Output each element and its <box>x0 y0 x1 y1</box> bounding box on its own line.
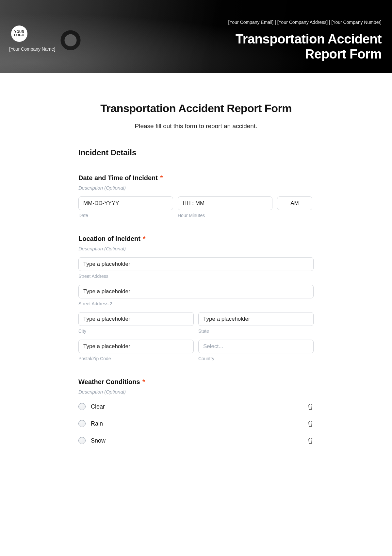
street1-input[interactable] <box>78 257 314 271</box>
weather-option-row: Snow <box>78 433 314 448</box>
required-asterisk: * <box>143 235 146 242</box>
trash-icon[interactable] <box>307 437 314 444</box>
desc-location: Description (Optional) <box>78 246 314 251</box>
label-location: Location of Incident * <box>78 235 314 243</box>
company-name: [Your Company Name] <box>9 46 55 52</box>
radio-icon[interactable] <box>78 403 86 410</box>
sublabel-postal: Postal/Zip Code <box>78 356 194 361</box>
hero-banner: YOUR LOGO [Your Company Name] [Your Comp… <box>0 0 392 73</box>
form-title: Transportation Accident Report Form <box>78 102 314 115</box>
sublabel-street1: Street Address <box>78 274 314 279</box>
trash-icon[interactable] <box>307 420 314 427</box>
weather-options: Clear Rain Snow <box>78 399 314 448</box>
form-subtitle: Please fill out this form to report an a… <box>78 123 314 130</box>
field-location: Location of Incident * Description (Opti… <box>78 235 314 361</box>
city-input[interactable] <box>78 312 194 326</box>
radio-label: Clear <box>91 403 105 410</box>
ampm-input[interactable] <box>277 196 312 210</box>
sublabel-time: Hour Minutes <box>178 213 272 218</box>
form-page: Transportation Accident Report Form Plea… <box>78 73 314 461</box>
label-location-text: Location of Incident <box>78 235 140 242</box>
logo-badge: YOUR LOGO <box>11 25 27 42</box>
label-weather: Weather Conditions * <box>78 378 314 386</box>
radio-label: Rain <box>91 420 103 427</box>
country-select[interactable] <box>198 340 314 353</box>
trash-icon[interactable] <box>307 403 314 410</box>
weather-option-row: Clear <box>78 399 314 414</box>
weather-option-row: Rain <box>78 416 314 431</box>
required-asterisk: * <box>142 378 145 385</box>
radio-label: Snow <box>91 437 106 444</box>
date-input[interactable] <box>78 196 173 210</box>
section-incident-details: Incident Details <box>78 148 314 157</box>
label-weather-text: Weather Conditions <box>78 378 140 385</box>
hero-title-line1: Transportation Accident <box>236 32 382 46</box>
desc-datetime: Description (Optional) <box>78 185 314 191</box>
street2-input[interactable] <box>78 285 314 298</box>
time-input[interactable] <box>178 196 272 210</box>
hero-meta: [Your Company Email] | [Your Company Add… <box>228 20 382 25</box>
hero-title-line2: Report Form <box>305 47 382 61</box>
label-datetime: Date and Time of Incident * <box>78 174 314 182</box>
hero-title: Transportation Accident Report Form <box>236 31 382 61</box>
sublabel-city: City <box>78 329 194 334</box>
state-input[interactable] <box>198 312 314 326</box>
sublabel-date: Date <box>78 213 173 218</box>
sublabel-street2: Street Address 2 <box>78 301 314 306</box>
radio-icon[interactable] <box>78 420 86 427</box>
required-asterisk: * <box>160 174 163 181</box>
logo-text-2: LOGO <box>14 34 24 37</box>
desc-weather: Description (Optional) <box>78 389 314 395</box>
sublabel-state: State <box>198 329 314 334</box>
field-datetime: Date and Time of Incident * Description … <box>78 174 314 218</box>
radio-icon[interactable] <box>78 437 86 444</box>
sublabel-country: Country <box>198 356 314 361</box>
label-datetime-text: Date and Time of Incident <box>78 174 158 181</box>
field-weather: Weather Conditions * Description (Option… <box>78 378 314 448</box>
postal-input[interactable] <box>78 340 194 353</box>
